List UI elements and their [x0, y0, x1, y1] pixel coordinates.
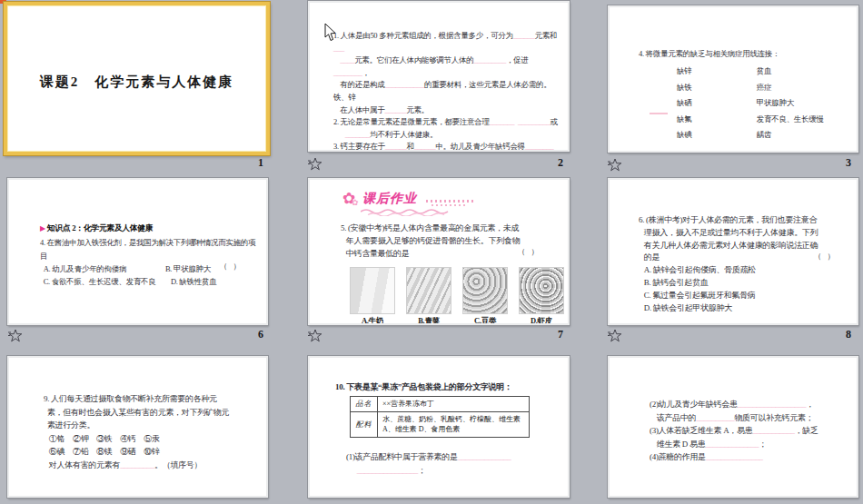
- slide-number-1: 1: [245, 156, 263, 170]
- slide-title: 课题2 化学元素与人体健康: [7, 74, 266, 91]
- disease-item: 龋齿: [757, 130, 771, 139]
- text-line: B. 缺钙会引起贫血: [639, 277, 849, 290]
- text-line: ________________；: [346, 464, 560, 478]
- answer-bracket: （ ）: [518, 247, 541, 258]
- mouse-cursor: [324, 24, 336, 42]
- slide-number-8: 8: [833, 328, 851, 341]
- slide-sorter-view: 课题2 化学元素与人体健康 1. 人体是由50 多种元素组成的，根据含量多少，可…: [0, 0, 863, 504]
- matching-row: 缺硒 甲状腺肿大: [677, 95, 824, 112]
- question-title: 10. 下表是某“果冻”产品包装袋上的部分文字说明：: [335, 381, 512, 393]
- slide-thumbnail-6[interactable]: ▶知识点 2：化学元素及人体健康 4. 在酱油中加入铁强化剂，是我国为解决下列哪…: [7, 178, 268, 325]
- slide-number-3: 3: [833, 156, 851, 170]
- text-line: 维生素 D 易患______________；: [650, 438, 849, 451]
- knowledge-point-header: ▶知识点 2：化学元素及人体健康: [40, 223, 153, 234]
- food-option: D.虾皮: [519, 267, 564, 325]
- text-line: C. 食欲不振、生长迟缓、发育不良 D. 缺铁性贫血: [40, 276, 257, 289]
- text-line: 3. 钙主要存在于______和______中。幼儿及青少年缺钙会得______…: [333, 141, 560, 152]
- food-label: D.虾皮: [519, 316, 564, 325]
- banner-title: 课后作业: [362, 191, 417, 207]
- text-line: _______均不利于人体健康。: [333, 129, 560, 142]
- banner-wave-underline: [361, 209, 461, 216]
- banner-dots: [426, 200, 473, 203]
- food-options: A.牛奶 B.青菜 C.豆类 D.虾皮: [350, 267, 564, 325]
- slide-number-6: 6: [245, 328, 263, 341]
- table-value-cell: 水、蔗糖、奶粉、乳酸钙、柠檬酸、维生素 A、维生素 D、食用色素: [378, 412, 529, 437]
- slide-thumbnail-8[interactable]: 6. (株洲中考)对于人体必需的元素，我们也要注意合 理摄入，摄入不足或过量均不…: [608, 178, 858, 325]
- table-value-cell: ××营养果冻布丁: [378, 397, 529, 411]
- matching-row: 缺铁 癌症: [677, 80, 824, 96]
- text-line: 2. 无论是常量元素还是微量元素，都要注意合理_______ _________…: [333, 116, 560, 129]
- text-line: C. 氟过量会引起氟斑牙和氟骨病: [639, 290, 849, 302]
- answer-bracket: （ ）: [814, 252, 837, 262]
- question-text-block: 1. 人体是由50 多种元素组成的，根据含量多少，可分为______元素和___…: [333, 30, 560, 152]
- matching-columns: 缺锌 贫血 缺铁 癌症 缺硒 甲状腺肿大 缺氟 发育不良、生长缓慢: [677, 64, 824, 143]
- text-line: ____元素。它们在人体内能够调节人体的_________，促进________…: [333, 54, 560, 79]
- text-line: 有的还是构成___________的重要材料，这些元素是人体必需的。铁、锌: [333, 79, 560, 104]
- food-label: A.牛奶: [350, 316, 395, 325]
- food-label: C.豆类: [462, 316, 508, 325]
- transition-star-icon[interactable]: [308, 157, 322, 171]
- flower-icon: ✿: [352, 198, 359, 207]
- pink-mark: [650, 113, 668, 114]
- text-line: 在人体中属于______元素。: [333, 104, 560, 117]
- table-header-cell: 品名: [351, 397, 378, 411]
- deficiency-item: 缺锌: [677, 64, 755, 80]
- food-photo: [350, 267, 395, 314]
- banner-dots: [432, 204, 468, 206]
- slide-thumbnail-row3-3[interactable]: (2)幼儿及青少年缺钙会患__________________， 该产品中的__…: [608, 356, 858, 498]
- text-line: (1)该产品配料中属于营养素的是______________: [346, 450, 560, 464]
- food-photo: [406, 267, 451, 314]
- food-photo: [462, 267, 508, 314]
- text-line: (4)蔗糖的作用是_______________: [650, 450, 849, 464]
- knowledge-point-label: 知识点 2：化学元素及人体健康: [47, 223, 153, 232]
- slide-thumbnail-1[interactable]: 课题2 化学元素与人体健康: [4, 2, 270, 155]
- matching-row: 缺锌 贫血: [677, 64, 824, 80]
- disease-item: 癌症: [757, 83, 771, 92]
- text-line: 4. 在酱油中加入铁强化剂，是我国为解决下列哪种情况而实施的项目: [40, 236, 257, 263]
- slide-thumbnail-7[interactable]: ✿ ✿ 课后作业 5. (安徽中考)钙是人体内含量最高的金属元素，未成 年人需要…: [308, 178, 570, 325]
- transition-star-icon[interactable]: [608, 329, 622, 342]
- slide-thumbnail-2[interactable]: 1. 人体是由50 多种元素组成的，根据含量多少，可分为______元素和___…: [308, 1, 570, 152]
- play-arrow-icon: ▶: [40, 224, 45, 232]
- text-line: ①铬 ②钾 ③铁 ④钙 ⑤汞: [44, 432, 259, 446]
- food-option: C.豆类: [462, 267, 508, 325]
- transition-star-icon[interactable]: [308, 329, 322, 342]
- text-line: 9. 人们每天通过摄取食物不断补充所需要的各种元: [44, 392, 259, 406]
- slide-number-7: 7: [545, 328, 563, 341]
- food-option: A.牛奶: [350, 267, 395, 325]
- food-option: B.青菜: [406, 267, 451, 325]
- transition-star-icon[interactable]: [608, 158, 622, 172]
- transition-star-icon[interactable]: [8, 329, 23, 342]
- homework-banner: ✿ ✿ 课后作业: [342, 187, 497, 216]
- text-line: 有关几种人体必需元素对人体健康的影响说法正确: [639, 240, 849, 252]
- disease-item: 发育不良、生长缓慢: [757, 114, 824, 124]
- text-line: 年人需要摄入足够的钙促进骨骼的生长。下列食物: [341, 234, 559, 247]
- product-label-table: 品名 ××营养果冻布丁 配料 水、蔗糖、奶粉、乳酸钙、柠檬酸、维生素 A、维生素…: [350, 396, 530, 438]
- slide-thumbnail-3[interactable]: 4. 将微量元素的缺乏与相关病症用线连接： 缺锌 贫血 缺铁 癌症 缺硒 甲状腺…: [608, 5, 858, 153]
- question-text-block: 6. (株洲中考)对于人体必需的元素，我们也要注意合 理摄入，摄入不足或过量均不…: [639, 214, 849, 314]
- matching-question-intro: 4. 将微量元素的缺乏与相关病症用线连接：: [639, 49, 779, 60]
- text-line: (2)幼儿及青少年缺钙会患__________________，: [650, 398, 849, 411]
- deficiency-item: 缺氟: [677, 112, 755, 128]
- food-photo: [519, 267, 564, 314]
- text-line: 1. 人体是由50 多种元素组成的，根据含量多少，可分为______元素和___: [333, 30, 560, 54]
- table-row: 配料 水、蔗糖、奶粉、乳酸钙、柠檬酸、维生素 A、维生素 D、食用色素: [351, 412, 529, 438]
- text-line: 5. (安徽中考)钙是人体内含量最高的金属元素，未成: [341, 222, 559, 234]
- table-header-cell: 配料: [351, 412, 378, 437]
- text-line: ⑥碘 ⑦铅 ⑧镁 ⑨硒 ⑩锌: [44, 445, 259, 459]
- answer-bracket: （ ）: [220, 262, 243, 272]
- food-label: B.青菜: [406, 316, 451, 325]
- deficiency-item: 缺碘: [677, 127, 755, 143]
- disease-item: 甲状腺肿大: [757, 98, 794, 107]
- text-line: 该产品中的__________物质可以补充钙元素；: [650, 411, 849, 425]
- question-text-block: 9. 人们每天通过摄取食物不断补充所需要的各种元 素，但有时也会摄入某些有害的元…: [44, 392, 259, 471]
- question-text-block: (2)幼儿及青少年缺钙会患__________________， 该产品中的__…: [650, 398, 849, 464]
- text-line: 素，但有时也会摄入某些有害的元素，对下列矿物元: [44, 406, 259, 420]
- text-line: A. 缺锌会引起佝偻病、骨质疏松: [639, 264, 849, 277]
- deficiency-item: 缺硒: [677, 95, 755, 112]
- slide-thumbnail-row3-1[interactable]: 9. 人们每天通过摄取食物不断补充所需要的各种元 素，但有时也会摄入某些有害的元…: [7, 356, 268, 498]
- slide-thumbnail-row3-2[interactable]: 10. 下表是某“果冻”产品包装袋上的部分文字说明： 品名 ××营养果冻布丁 配…: [308, 356, 570, 498]
- question-text-block: (1)该产品配料中属于营养素的是______________ _________…: [346, 450, 560, 478]
- text-line: 理摄入，摄入不足或过量均不利于人体健康。下列: [639, 227, 849, 240]
- text-line: 素进行分类。: [44, 419, 259, 432]
